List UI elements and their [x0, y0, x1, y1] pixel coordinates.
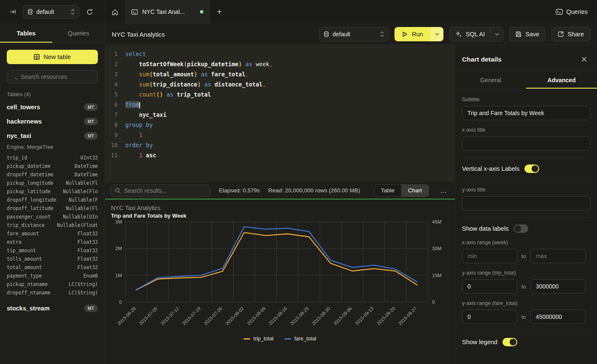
- editor-line[interactable]: 4 sum(trip_distance) as distance_total,: [105, 79, 455, 89]
- new-tab-button[interactable]: +: [210, 0, 229, 24]
- column-row[interactable]: payment_typeEnum8: [7, 272, 98, 280]
- new-table-button[interactable]: New table: [7, 50, 98, 64]
- tables-count-label: Tables (4): [7, 91, 98, 97]
- chart-title: NYC Taxi Analytics: [111, 205, 449, 211]
- line-number: 6: [105, 100, 118, 110]
- editor-line[interactable]: 11 1 asc: [105, 150, 455, 160]
- sidebar-tab-queries[interactable]: Queries: [52, 24, 105, 43]
- editor-line[interactable]: 2 toStartOfWeek(pickup_datetime) as week…: [105, 59, 455, 69]
- sql-editor[interactable]: 1select2 toStartOfWeek(pickup_datetime) …: [105, 45, 455, 182]
- sql-ai-options-button[interactable]: [490, 27, 503, 41]
- editor-line[interactable]: 8group by: [105, 120, 455, 130]
- legend-item-trip_total[interactable]: trip_total: [243, 336, 273, 342]
- xaxis-range-max-input[interactable]: [530, 249, 586, 263]
- line-chart[interactable]: 01M2M3M015M30M45M2015-06-282015-07-05201…: [111, 219, 448, 335]
- sidebar: Tables Queries New table Tables (4) cell…: [0, 24, 105, 364]
- yaxis-title-input[interactable]: [462, 196, 590, 210]
- editor-line[interactable]: 3 sum(total_amount) as fare_total,: [105, 69, 455, 79]
- share-button[interactable]: Share: [551, 27, 590, 41]
- table-row[interactable]: nyc_taxiMT: [7, 129, 98, 143]
- queries-button[interactable]: Queries: [556, 8, 588, 15]
- query-title: NYC Taxi Analytics: [112, 31, 165, 38]
- column-row[interactable]: dropoff_latitudeNullable(Fl: [7, 204, 98, 213]
- collapse-sidebar-icon[interactable]: [8, 7, 18, 17]
- column-row[interactable]: trip_idUInt32: [7, 154, 98, 162]
- run-options-button[interactable]: [431, 27, 443, 41]
- column-row[interactable]: pickup_longitudeNullable(Fl: [7, 179, 98, 187]
- tab-advanced[interactable]: Advanced: [526, 72, 597, 89]
- results-search[interactable]: [110, 184, 211, 197]
- topbar-left: default: [0, 0, 105, 24]
- axis-tick-label: 2M: [115, 246, 122, 251]
- column-row[interactable]: trip_distanceNullable(Float: [7, 221, 98, 229]
- database-selector[interactable]: default: [23, 5, 79, 19]
- xaxis-title-input[interactable]: [462, 136, 590, 151]
- column-row[interactable]: passenger_countNullable(UIn: [7, 213, 98, 221]
- column-row[interactable]: extraFloat32: [7, 238, 98, 246]
- legend-item-fare_total[interactable]: fare_total: [284, 336, 316, 342]
- yaxis-range-fare-min-input[interactable]: [462, 310, 517, 324]
- line-number: 11: [105, 150, 118, 160]
- search-icon: [115, 188, 121, 194]
- column-row[interactable]: pickup_datetimeDateTime: [7, 162, 98, 170]
- more-options-button[interactable]: …: [438, 187, 450, 194]
- close-icon[interactable]: [580, 55, 589, 64]
- subtitle-input[interactable]: [462, 106, 590, 120]
- elapsed-time: Elapsed: 0.579s: [219, 187, 260, 194]
- query-database-value: default: [332, 31, 377, 38]
- axis-tick-label: 45M: [432, 219, 441, 224]
- editor-line[interactable]: 9 1: [105, 130, 455, 140]
- editor-line[interactable]: 10order by: [105, 140, 455, 150]
- table-row[interactable]: stocks_streamMT: [7, 301, 98, 315]
- save-button[interactable]: Save: [509, 27, 546, 41]
- axis-tick-label: 2015-09-20: [375, 306, 396, 326]
- sidebar-search-input[interactable]: [21, 73, 93, 80]
- tab-general[interactable]: General: [455, 72, 526, 89]
- column-row[interactable]: tolls_amountFloat32: [7, 255, 98, 263]
- column-row[interactable]: dropoff_longitudeNullable(F: [7, 196, 98, 204]
- query-database-selector[interactable]: default: [319, 27, 389, 41]
- show-data-labels-toggle[interactable]: [513, 224, 528, 233]
- yaxis-range-trip-max-input[interactable]: [530, 279, 586, 294]
- vertical-xaxis-labels-label: Vertical x-axis Labels: [462, 165, 519, 172]
- chart-details-body: Subtitle x-axis title Vertical x-axis La…: [455, 89, 597, 364]
- vertical-xaxis-labels-toggle[interactable]: [524, 164, 539, 173]
- yaxis-range-trip-min-input[interactable]: [462, 279, 517, 294]
- sidebar-search[interactable]: [7, 70, 98, 84]
- results-search-input[interactable]: [124, 187, 206, 194]
- refresh-icon[interactable]: [84, 7, 95, 17]
- xaxis-range-min-input[interactable]: [462, 249, 517, 263]
- column-row[interactable]: pickup_ntanameLC(String): [7, 280, 98, 289]
- axis-tick-label: 2015-08-16: [267, 306, 288, 326]
- column-row[interactable]: total_amountFloat32: [7, 263, 98, 272]
- show-legend-toggle[interactable]: [502, 338, 517, 346]
- database-selector-value: default: [36, 8, 68, 15]
- editor-line[interactable]: 5 count() as trip_total: [105, 89, 455, 100]
- sidebar-tab-tables[interactable]: Tables: [0, 24, 52, 43]
- editor-line[interactable]: 1select: [105, 49, 455, 59]
- legend-dash-icon: [243, 338, 250, 340]
- table-row[interactable]: cell_towersMT: [7, 100, 98, 114]
- column-row[interactable]: tip_amountFloat32: [7, 246, 98, 255]
- editor-line[interactable]: 7 nyc_taxi: [105, 110, 455, 120]
- chart-canvas[interactable]: 01M2M3M015M30M45M2015-06-282015-07-05201…: [111, 219, 449, 335]
- tab-nyc-taxi-analytics[interactable]: NYC Taxi Anal...: [125, 0, 210, 24]
- axis-tick-label: 2015-06-28: [116, 306, 137, 326]
- view-tab-chart[interactable]: Chart: [401, 185, 429, 197]
- main-area: NYC Taxi Analytics default Run: [105, 24, 597, 364]
- run-button[interactable]: Run: [394, 27, 431, 41]
- home-button[interactable]: [105, 0, 125, 24]
- editor-line[interactable]: 6from: [105, 100, 455, 110]
- legend-label: trip_total: [253, 336, 273, 342]
- table-row[interactable]: hackernewsMT: [7, 114, 98, 129]
- axis-tick-label: 0: [119, 299, 122, 305]
- column-row[interactable]: dropoff_datetimeDateTime: [7, 170, 98, 179]
- column-row[interactable]: dropoff_ntanameLC(String): [7, 289, 98, 297]
- sql-ai-button[interactable]: SQL AI: [449, 27, 503, 41]
- yaxis-range-fare-max-input[interactable]: [530, 310, 586, 324]
- line-number: 10: [105, 140, 118, 150]
- view-toggle: Table Chart: [374, 184, 429, 197]
- column-row[interactable]: pickup_latitudeNullable(Flo: [7, 187, 98, 196]
- view-tab-table[interactable]: Table: [374, 185, 401, 197]
- column-row[interactable]: fare_amountFloat32: [7, 229, 98, 238]
